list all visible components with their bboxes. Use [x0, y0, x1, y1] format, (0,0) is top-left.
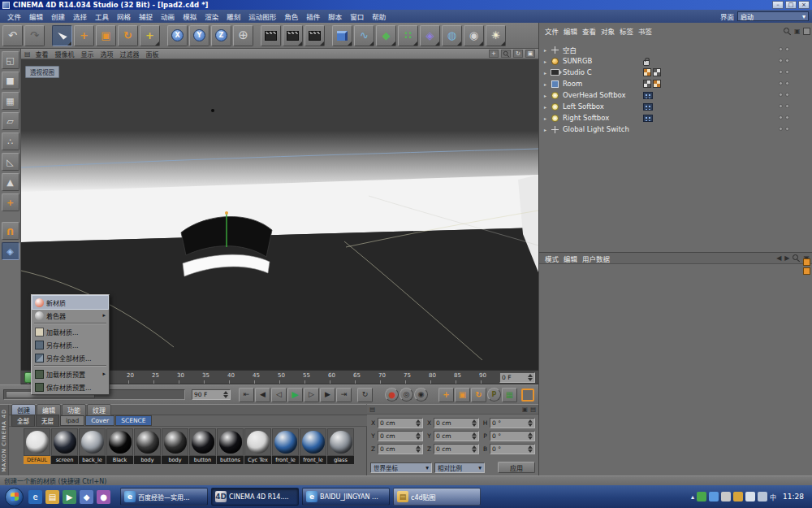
- menubar-item[interactable]: 脚本: [324, 11, 346, 22]
- spinner-icon[interactable]: [416, 432, 421, 440]
- expand-arrow-icon[interactable]: ▸: [544, 127, 549, 132]
- internet-explorer-icon[interactable]: e: [28, 490, 42, 504]
- material-item[interactable]: glass: [327, 428, 354, 466]
- menubar-item[interactable]: 创建: [47, 11, 69, 22]
- editor-visibility-dot[interactable]: [779, 115, 783, 119]
- coord-field[interactable]: 0 cm: [378, 431, 423, 441]
- menubar-item[interactable]: 插件: [302, 11, 324, 22]
- taskbar-button[interactable]: e百度经验—实用...: [120, 488, 208, 506]
- add-environment-button[interactable]: ◍: [442, 25, 462, 46]
- context-menu-item[interactable]: 加载材质...: [32, 325, 108, 338]
- spinner-icon[interactable]: [528, 419, 533, 427]
- viewport-menu-item[interactable]: 查看: [32, 50, 52, 59]
- menubar-item[interactable]: 窗口: [346, 11, 368, 22]
- snap-tool-button[interactable]: ◈: [2, 242, 19, 260]
- media-player-icon[interactable]: ▶: [63, 490, 76, 504]
- attribute-menu-item[interactable]: 用户数据: [580, 254, 612, 263]
- prev-key-button[interactable]: ◀: [255, 388, 270, 402]
- coord-field[interactable]: 0 °: [490, 418, 535, 428]
- panel-icon[interactable]: ▣: [794, 28, 801, 35]
- coordinate-space-select[interactable]: 世界坐标 ▾: [370, 462, 432, 473]
- tex1-tag[interactable]: [643, 68, 651, 76]
- material-tab[interactable]: 功能: [62, 404, 86, 416]
- material-item[interactable]: buttons: [217, 428, 244, 466]
- redo-button[interactable]: ↷: [24, 25, 45, 46]
- scale-tool-button[interactable]: ▣: [96, 25, 116, 46]
- taskbar-button[interactable]: ▤c4d贴图: [393, 488, 481, 506]
- coord-field[interactable]: 0 cm: [378, 444, 423, 454]
- lock-z-button[interactable]: Z: [211, 25, 231, 46]
- next-frame-button[interactable]: ▷: [304, 388, 319, 402]
- material-item[interactable]: screen: [51, 428, 78, 466]
- menubar-item[interactable]: 渲染: [201, 11, 222, 22]
- start-button[interactable]: [5, 488, 24, 506]
- network-icon[interactable]: [745, 492, 755, 501]
- render-visibility-dot[interactable]: [785, 59, 789, 63]
- menubar-item[interactable]: 运动图形: [244, 11, 280, 22]
- editor-visibility-dot[interactable]: [779, 70, 783, 74]
- axis-handle-tip[interactable]: [225, 211, 228, 215]
- editor-visibility-dot[interactable]: [779, 93, 783, 97]
- record-position-button[interactable]: +: [438, 388, 454, 402]
- render-visibility-dot[interactable]: [785, 93, 789, 97]
- context-menu-item[interactable]: 着色器▸: [32, 309, 108, 322]
- editor-visibility-dot[interactable]: [779, 104, 783, 108]
- spinner-icon[interactable]: [472, 432, 477, 440]
- solo-button[interactable]: [521, 389, 534, 402]
- panel-icon[interactable]: ▤: [530, 406, 536, 413]
- render-visibility-dot[interactable]: [785, 70, 789, 74]
- undo-button[interactable]: ↶: [2, 25, 23, 46]
- rotate-tool-button[interactable]: ↻: [118, 25, 138, 46]
- record-parameter-button[interactable]: P: [487, 388, 501, 402]
- viewport-menu-item[interactable]: 显示: [78, 50, 97, 59]
- record-keyframe-button[interactable]: ●: [385, 388, 399, 402]
- add-deformer-button[interactable]: ◈: [420, 25, 440, 46]
- edges-mode-button[interactable]: ◺: [2, 153, 19, 171]
- editor-visibility-dot[interactable]: [779, 81, 783, 85]
- add-array-button[interactable]: ∷: [398, 25, 418, 46]
- spinner-icon[interactable]: [472, 445, 477, 453]
- play-button[interactable]: ▶: [287, 388, 303, 402]
- layout-select[interactable]: 启动 ▾: [737, 11, 809, 21]
- menubar-item[interactable]: 文件: [3, 11, 25, 22]
- viewport-menu-item[interactable]: 选项: [97, 50, 117, 59]
- spinner-icon[interactable]: [416, 445, 421, 453]
- move-tool-button[interactable]: +: [74, 25, 94, 46]
- spinner-icon[interactable]: [528, 445, 533, 453]
- search-icon[interactable]: [784, 28, 791, 35]
- material-filter[interactable]: 全部: [11, 415, 35, 427]
- expand-arrow-icon[interactable]: ▸: [544, 47, 549, 53]
- object-manager-menu-item[interactable]: 查看: [580, 26, 598, 36]
- viewport-menu-item[interactable]: 过滤器: [117, 50, 143, 59]
- prev-frame-button[interactable]: ◁: [271, 388, 287, 402]
- keyframe-selection-mode-button[interactable]: ◉: [414, 388, 428, 402]
- render-visibility-dot[interactable]: [785, 115, 789, 119]
- add-light-button[interactable]: ☀: [486, 25, 506, 46]
- goto-end-button[interactable]: ⇥: [336, 388, 352, 402]
- coord-field[interactable]: 0 cm: [434, 418, 479, 428]
- add-spline-button[interactable]: ∿: [354, 25, 374, 46]
- messenger-icon[interactable]: ◆: [80, 490, 93, 504]
- magnet-tool-button[interactable]: U: [2, 222, 19, 240]
- security-icon[interactable]: [697, 492, 706, 501]
- volume-icon[interactable]: [758, 492, 767, 501]
- usb-icon[interactable]: [721, 492, 731, 501]
- menubar-item[interactable]: 雕刻: [222, 11, 244, 22]
- material-item[interactable]: front_le: [272, 428, 299, 466]
- material-filter[interactable]: ipad: [60, 415, 84, 426]
- loop-button[interactable]: ↻: [357, 388, 373, 402]
- material-item[interactable]: front_le: [300, 428, 326, 466]
- app-icon[interactable]: ●: [97, 490, 110, 504]
- spinner-icon[interactable]: [528, 374, 533, 381]
- render-visibility-dot[interactable]: [785, 127, 789, 131]
- menubar-item[interactable]: 编辑: [25, 11, 47, 22]
- object-row[interactable]: ▸Studio C: [539, 67, 812, 78]
- maximize-button[interactable]: □: [785, 1, 797, 9]
- material-item[interactable]: body: [134, 428, 161, 466]
- spinner-icon[interactable]: [223, 391, 228, 398]
- context-menu-item[interactable]: 另存材质...: [32, 338, 108, 351]
- material-item[interactable]: back_le: [79, 428, 106, 466]
- dots-tag[interactable]: [643, 115, 653, 122]
- editor-visibility-dot[interactable]: [779, 59, 783, 63]
- history-back-icon[interactable]: ◀: [776, 254, 781, 262]
